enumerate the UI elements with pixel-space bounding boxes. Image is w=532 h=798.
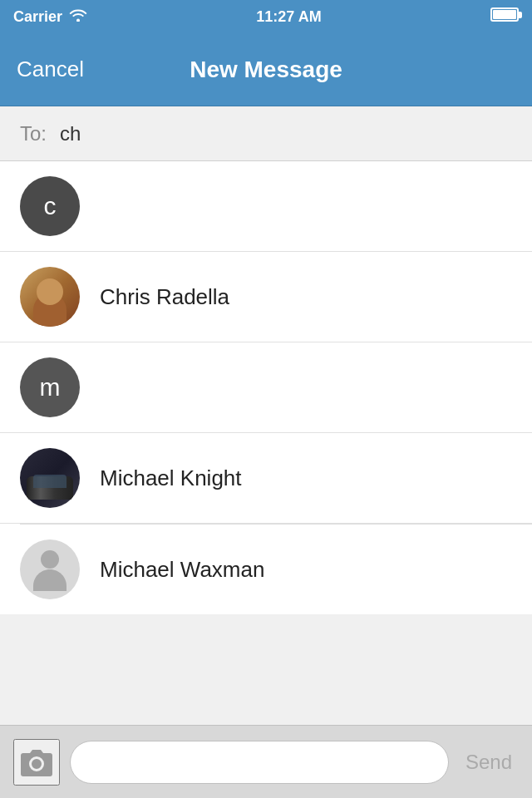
wifi-icon	[69, 8, 87, 25]
contacts-list: c Chris Radella m Michael Knight	[0, 161, 532, 614]
battery-indicator	[490, 7, 519, 26]
contact-name: Chris Radella	[100, 284, 229, 310]
avatar: c	[20, 176, 80, 236]
svg-point-0	[41, 550, 59, 569]
avatar	[20, 539, 80, 599]
cancel-button[interactable]: Cancel	[17, 57, 84, 82]
send-button[interactable]: Send	[459, 751, 519, 774]
to-field: To:	[0, 106, 532, 161]
nav-bar: Cancel New Message	[0, 33, 532, 106]
carrier-label: Carrier	[13, 8, 62, 26]
to-label: To:	[20, 122, 47, 145]
avatar-initial: c	[44, 192, 57, 220]
status-time: 11:27 AM	[256, 8, 321, 26]
bottom-bar: Send	[0, 725, 532, 798]
avatar: m	[20, 357, 80, 417]
list-item[interactable]: Chris Radella	[0, 252, 532, 342]
avatar-initial: m	[40, 373, 61, 401]
list-item[interactable]: Michael Waxman	[0, 525, 532, 614]
list-item[interactable]: c	[0, 161, 532, 252]
status-bar: Carrier 11:27 AM	[0, 0, 532, 33]
page-title: New Message	[190, 33, 342, 106]
contact-name: Michael Knight	[100, 466, 242, 491]
recipient-input[interactable]	[60, 122, 512, 145]
camera-button[interactable]	[13, 739, 60, 786]
silhouette-icon	[20, 539, 80, 599]
status-bar-left: Carrier	[13, 8, 87, 26]
avatar	[20, 267, 80, 327]
list-item[interactable]: m	[0, 342, 532, 433]
avatar	[20, 448, 80, 508]
list-item[interactable]: Michael Knight	[0, 433, 532, 524]
contact-name: Michael Waxman	[100, 557, 264, 583]
message-input[interactable]	[70, 741, 449, 784]
